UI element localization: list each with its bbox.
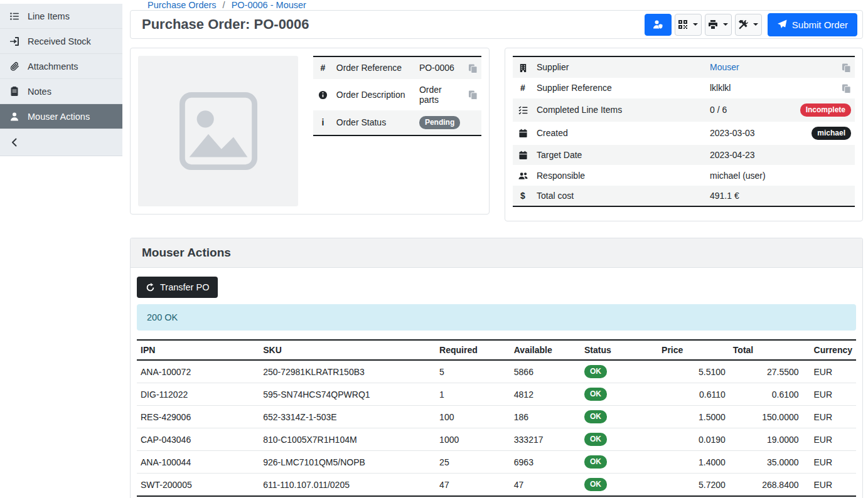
cell-price: 5.7200 <box>658 474 729 497</box>
barcode-actions-button[interactable] <box>675 14 702 36</box>
transfer-po-button[interactable]: Transfer PO <box>137 277 218 298</box>
cell-currency: EUR <box>803 428 856 451</box>
hash-icon: # <box>320 63 325 73</box>
panel-title: Mouser Actions <box>131 238 862 268</box>
cell-required: 1 <box>436 383 510 406</box>
cell-price: 1.4000 <box>658 451 729 474</box>
sidebar: Line Items Received Stock Attachments No… <box>0 0 122 498</box>
refresh-icon <box>146 283 155 292</box>
cell-available: 47 <box>510 474 581 497</box>
cell-sku: 652-3314Z-1-503E <box>259 406 436 428</box>
cell-total: 0.6100 <box>729 383 803 406</box>
breadcrumb: Purchase Orders / PO-0006 - Mouser <box>130 0 863 10</box>
calendar-icon <box>518 129 528 138</box>
line-items-table: IPN SKU Required Available Status Price … <box>137 339 856 498</box>
table-row: Order Description Order parts <box>313 79 481 110</box>
col-header-total: Total <box>729 340 803 360</box>
detail-label: Order Reference <box>333 56 415 79</box>
info-icon: i <box>321 117 324 127</box>
cell-price: 5.5100 <box>658 360 729 383</box>
main-content: Purchase Orders / PO-0006 - Mouser Purch… <box>122 0 868 498</box>
col-header-currency: Currency <box>803 340 856 360</box>
cell-available: 186 <box>510 406 581 428</box>
cell-total: 268.8400 <box>729 474 803 497</box>
cell-available: 6963 <box>510 451 581 474</box>
cell-price: 1.5000 <box>658 406 729 428</box>
image-placeholder-icon <box>178 91 259 171</box>
cell-currency: EUR <box>803 360 856 383</box>
table-row: SWT-200005 611-110.107.011/0205 47 47 OK… <box>137 474 856 497</box>
ok-badge: OK <box>584 365 607 378</box>
page-header: Purchase Order: PO-0006 <box>130 10 863 39</box>
cell-currency: EUR <box>803 383 856 406</box>
chevron-down-icon <box>693 23 698 26</box>
copy-icon <box>468 64 478 73</box>
dollar-icon: $ <box>520 191 525 201</box>
detail-label: Responsible <box>533 165 706 186</box>
copy-icon <box>468 90 478 100</box>
copy-button[interactable] <box>464 56 481 79</box>
chevron-down-icon <box>723 23 728 26</box>
detail-value: 2023-03-03 <box>706 122 786 145</box>
order-details-section: # Order Reference PO-0006 Order Descript… <box>130 48 863 221</box>
cell-sku: 926-LMC7101QM5/NOPB <box>259 451 436 474</box>
breadcrumb-link-po-0006[interactable]: PO-0006 - Mouser <box>232 0 306 10</box>
cell-currency: EUR <box>803 406 856 428</box>
cell-price: 0.0190 <box>658 428 729 451</box>
table-row: # Order Reference PO-0006 <box>313 56 481 79</box>
order-actions-button[interactable] <box>735 14 762 36</box>
supplier-details-panel: Supplier Mouser # Supplier Reference lkl… <box>505 48 863 221</box>
copy-button[interactable] <box>786 56 855 78</box>
cell-ipn: ANA-100044 <box>137 451 259 474</box>
cell-required: 5 <box>436 360 510 383</box>
chevron-left-icon <box>9 137 19 147</box>
table-row: i Order Status Pending <box>313 110 481 135</box>
detail-value: lklklkl <box>706 78 786 98</box>
sidebar-item-notes[interactable]: Notes <box>0 79 122 104</box>
cell-price: 0.6110 <box>658 383 729 406</box>
detail-value: michael (user) <box>706 165 786 186</box>
cell-sku: 250-72981KLRATR150B3 <box>259 360 436 383</box>
cell-ipn: RES-429006 <box>137 406 259 428</box>
sidebar-item-attachments[interactable]: Attachments <box>0 54 122 79</box>
supplier-link[interactable]: Mouser <box>710 62 739 72</box>
ok-badge: OK <box>584 410 607 423</box>
ok-badge: OK <box>584 388 607 401</box>
cell-required: 100 <box>436 406 510 428</box>
copy-button[interactable] <box>464 79 481 110</box>
building-icon <box>518 63 528 73</box>
copy-icon <box>842 84 851 93</box>
table-row: ANA-100072 250-72981KLRATR150B3 5 5866 O… <box>137 360 856 383</box>
app-root: Line Items Received Stock Attachments No… <box>0 0 868 498</box>
clipboard-icon <box>9 87 19 97</box>
submit-order-button[interactable]: Submit Order <box>768 13 857 36</box>
users-icon <box>518 171 528 181</box>
admin-user-button[interactable] <box>645 14 672 36</box>
print-actions-button[interactable] <box>705 14 732 36</box>
table-row: $ Total cost 491.1 € <box>513 186 855 206</box>
chevron-down-icon <box>753 23 758 26</box>
table-row: DIG-112022 595-SN74HCS74QPWRQ1 1 4812 OK… <box>137 383 856 406</box>
sign-in-icon <box>9 36 19 46</box>
sidebar-item-line-items[interactable]: Line Items <box>0 4 122 29</box>
detail-value: Order parts <box>415 79 464 110</box>
detail-label: Completed Line Items <box>533 98 706 122</box>
status-badge: Pending <box>419 116 460 129</box>
breadcrumb-link-purchase-orders[interactable]: Purchase Orders <box>147 0 217 10</box>
copy-icon <box>842 63 851 73</box>
table-row: Completed Line Items 0 / 6 Incomplete <box>513 98 855 122</box>
cell-total: 19.0000 <box>729 428 803 451</box>
copy-button[interactable] <box>786 78 855 98</box>
sidebar-item-mouser-actions[interactable]: Mouser Actions <box>0 104 122 129</box>
cell-required: 25 <box>436 451 510 474</box>
sidebar-collapse-button[interactable] <box>0 129 122 156</box>
order-image-placeholder[interactable] <box>138 56 298 206</box>
breadcrumb-separator: / <box>223 0 225 10</box>
col-header-price: Price <box>658 340 729 360</box>
detail-value: PO-0006 <box>415 56 464 79</box>
cell-total: 27.5500 <box>729 360 803 383</box>
table-row: ANA-100044 926-LMC7101QM5/NOPB 25 6963 O… <box>137 451 856 474</box>
sidebar-item-received-stock[interactable]: Received Stock <box>0 29 122 54</box>
list-check-icon <box>518 105 528 115</box>
detail-label: Created <box>533 122 706 145</box>
